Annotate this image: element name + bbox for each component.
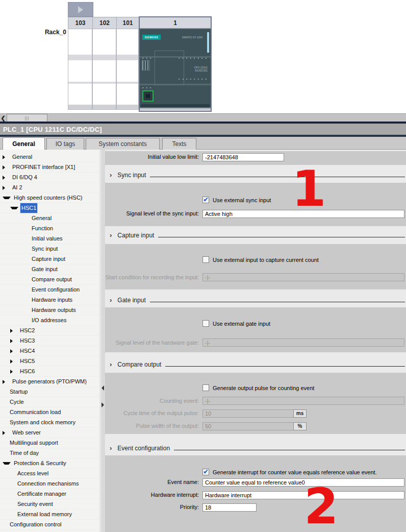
generate-interrupt-label: Generate interrupt for counter value equ… <box>213 469 377 475</box>
tree-item-high-speed-counters-hsc[interactable]: High speed counters (HSC) <box>0 193 100 203</box>
tree-item-function[interactable]: Function <box>0 224 100 234</box>
empty-slot-102[interactable] <box>92 29 116 110</box>
tree-item-hardware-inputs[interactable]: Hardware inputs <box>0 295 100 305</box>
tree-item-hsc6[interactable]: HSC6 <box>0 367 100 377</box>
horizontal-scrollbar[interactable]: ❮ <box>0 113 406 122</box>
slot-header-101[interactable]: 101 <box>116 17 139 29</box>
collapsed-icon[interactable] <box>10 359 16 364</box>
tree-item-connection-mechanisms[interactable]: Connection mechanisms <box>0 479 100 489</box>
hardware-interrupt-select[interactable] <box>202 491 404 499</box>
tab-texts[interactable]: Texts <box>162 138 196 150</box>
rack-nav-button[interactable] <box>68 2 93 17</box>
slot-header-102[interactable]: 102 <box>92 17 117 29</box>
tree-item-initial-values[interactable]: Initial values <box>0 234 100 244</box>
tree-item-time-of-day[interactable]: Time of day <box>0 448 100 458</box>
collapsed-icon[interactable] <box>3 165 9 170</box>
tree-item-sync-input[interactable]: Sync input <box>0 244 100 254</box>
section-expander-icon[interactable]: › <box>110 172 112 179</box>
tree-item-general[interactable]: General <box>0 213 100 224</box>
tree-item-protection-security[interactable]: Protection & Security <box>0 458 100 469</box>
use-external-capture-input-checkbox[interactable]: ✔ <box>202 256 209 263</box>
expanded-icon[interactable] <box>3 197 11 199</box>
tree-item-security-event[interactable]: Security event <box>0 499 100 510</box>
play-arrow-icon <box>78 6 83 13</box>
tree-item-label: Web server <box>11 428 42 438</box>
tree-item-hsc2[interactable]: HSC2 <box>0 326 100 336</box>
cpu-module-graphic[interactable]: SIEMENS SIMATIC S7-1200 ■ ■ ■ ■ ■ ■ ■ ■ … <box>140 29 211 109</box>
tree-item-hsc1[interactable]: HSC1 <box>0 203 100 213</box>
initial-value-low-limit-input[interactable] <box>202 153 284 161</box>
tree-item-pulse-generators-pto-pwm[interactable]: Pulse generators (PTO/PWM) <box>0 377 100 387</box>
tree-item-access-level[interactable]: Access level <box>0 469 100 479</box>
section-expander-icon[interactable]: › <box>110 297 112 304</box>
section-expander-icon[interactable]: › <box>110 361 112 368</box>
tree-item-hardware-outputs[interactable]: Hardware outputs <box>0 305 100 316</box>
event-name-input[interactable] <box>202 478 404 487</box>
tree-item-ai-2[interactable]: AI 2 <box>0 183 100 193</box>
tree-item-label: Access level <box>16 469 49 478</box>
collapsed-icon[interactable] <box>3 431 9 435</box>
tree-item-hsc3[interactable]: HSC3 <box>0 336 100 346</box>
tree-item-label: Event configuration <box>31 285 81 295</box>
tree-item-gate-input[interactable]: Gate input <box>0 264 100 275</box>
led-dots: ■ ■ ■ ■ ■ ■ ■ ■ <box>179 78 208 80</box>
annotation-1: 1 <box>292 169 326 209</box>
collapsed-icon[interactable] <box>10 370 16 374</box>
priority-input[interactable] <box>202 503 257 512</box>
collapsed-icon[interactable] <box>3 380 9 384</box>
expanded-icon[interactable] <box>10 207 18 209</box>
scroll-left-icon[interactable]: ❮ <box>0 114 6 122</box>
tree-item-capture-input[interactable]: Capture input <box>0 254 100 264</box>
expanded-icon[interactable] <box>3 462 11 465</box>
tree-item-startup[interactable]: Startup <box>0 387 100 397</box>
tree-item-label: Configuration control <box>9 520 63 529</box>
counting-event-label: Counting event: <box>105 398 202 404</box>
collapsed-icon[interactable] <box>10 349 16 353</box>
collapsed-icon[interactable] <box>3 186 9 190</box>
collapsed-icon[interactable] <box>10 339 16 343</box>
tree-item-multilingual-support[interactable]: Multilingual support <box>0 438 100 448</box>
tree-item-system-and-clock-memory[interactable]: System and clock memory <box>0 418 100 428</box>
tree-item-connection-resources[interactable]: Connection resources <box>0 530 100 532</box>
collapse-left-icon[interactable] <box>102 385 104 391</box>
tree-item-configuration-control[interactable]: Configuration control <box>0 520 100 530</box>
collapsed-icon[interactable] <box>3 155 9 159</box>
tree-item-label: HSC6 <box>19 367 36 376</box>
tree-item-external-load-memory[interactable]: External load memory <box>0 510 100 520</box>
section-expander-icon[interactable]: › <box>110 445 112 452</box>
tree-item-certificate-manager[interactable]: Certificate manager <box>0 489 100 499</box>
generate-output-pulse-checkbox[interactable]: ✔ <box>202 384 209 391</box>
tree-item-i-o-addresses[interactable]: I/O addresses <box>0 316 100 326</box>
tree-item-label: General <box>31 213 53 223</box>
settings-tree[interactable]: GeneralPROFINET interface [X1]DI 6/DQ 4A… <box>0 150 100 532</box>
tree-item-hsc4[interactable]: HSC4 <box>0 346 100 356</box>
cpu-slot[interactable]: 1 SIEMENS SIMATIC S7-1200 ■ ■ ■ ■ ■ ■ ■ … <box>139 16 212 112</box>
tab-general[interactable]: General <box>3 137 45 150</box>
tab-io-tags[interactable]: IO tags <box>46 138 84 150</box>
tree-item-web-server[interactable]: Web server <box>0 428 100 438</box>
tree-item-profinet-interface-x1[interactable]: PROFINET interface [X1] <box>0 162 100 173</box>
use-external-gate-input-checkbox[interactable]: ✔ <box>202 320 209 327</box>
empty-slot-101[interactable] <box>116 29 139 110</box>
tab-system-constants[interactable]: System constants <box>86 138 160 150</box>
tree-item-event-configuration[interactable]: Event configuration <box>0 285 100 295</box>
tree-item-communication-load[interactable]: Communication load <box>0 407 100 418</box>
tree-item-label: Sync input <box>31 244 59 254</box>
tree-item-compare-output[interactable]: Compare output <box>0 275 100 285</box>
section-expander-icon[interactable]: › <box>110 232 112 239</box>
pane-splitter[interactable] <box>100 150 105 532</box>
tree-item-label: HSC1 <box>20 203 37 213</box>
collapsed-icon[interactable] <box>3 176 9 180</box>
slot-header-1[interactable]: 1 <box>140 17 211 29</box>
generate-interrupt-checkbox[interactable]: ✔ <box>202 469 209 475</box>
tree-item-cycle[interactable]: Cycle <box>0 397 100 407</box>
empty-slot-103[interactable] <box>68 29 92 110</box>
capture-input-section-title: Capture input <box>117 232 154 239</box>
slot-header-103[interactable]: 103 <box>68 17 93 29</box>
tree-item-di-6-dq-4[interactable]: DI 6/DQ 4 <box>0 173 100 183</box>
collapse-right-icon[interactable] <box>102 402 104 407</box>
use-external-sync-input-checkbox[interactable]: ✔ <box>202 197 209 203</box>
tree-item-hsc5[interactable]: HSC5 <box>0 356 100 367</box>
collapsed-icon[interactable] <box>10 329 16 333</box>
tree-item-general[interactable]: General <box>0 152 100 162</box>
